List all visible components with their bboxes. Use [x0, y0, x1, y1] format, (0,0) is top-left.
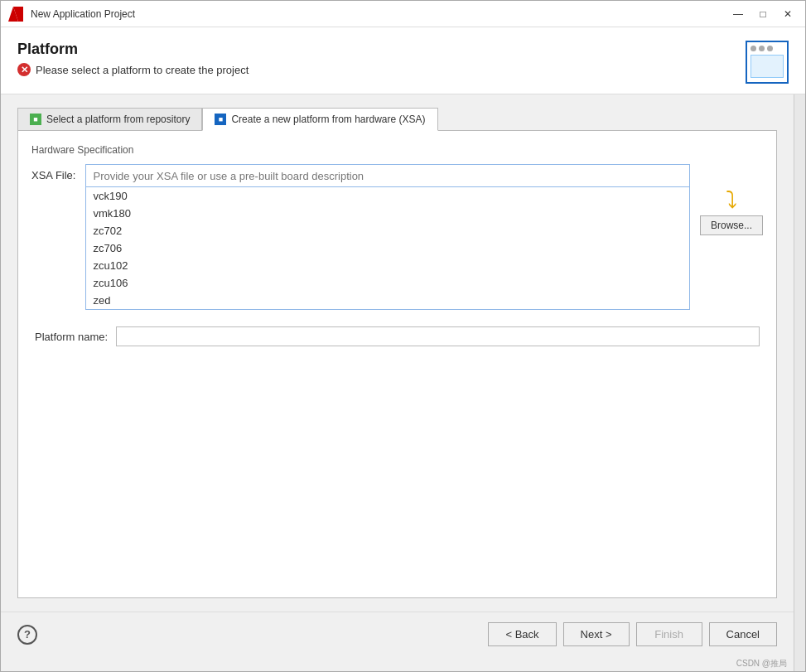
- dialog-footer: ? < Back Next > Finish Cancel: [1, 612, 794, 656]
- list-item[interactable]: zc702: [86, 222, 689, 239]
- xsa-file-input[interactable]: [85, 164, 690, 187]
- list-item[interactable]: zcu102: [86, 257, 689, 274]
- title-bar: New Application Project — □ ✕: [1, 1, 805, 27]
- icon-screen: [750, 55, 784, 78]
- browse-area: ⤵ Browse...: [700, 164, 763, 235]
- list-item[interactable]: zc706: [86, 239, 689, 257]
- xsa-input-area: vck190 vmk180 zc702 zc706 zcu102 zcu106 …: [85, 164, 690, 310]
- hardware-tab-label: Create a new platform from hardware (XSA…: [231, 114, 425, 125]
- list-item[interactable]: zcu106: [86, 274, 689, 292]
- list-item[interactable]: vmk180: [86, 205, 689, 222]
- back-button[interactable]: < Back: [488, 622, 556, 646]
- dot-3: [767, 46, 773, 51]
- error-icon: ✕: [17, 63, 31, 76]
- repo-tab-icon: ■: [30, 114, 41, 125]
- dot-2: [759, 46, 765, 51]
- tabs-container: ■ Select a platform from repository ■ Cr…: [17, 108, 777, 131]
- scrollbar[interactable]: [794, 94, 805, 671]
- hardware-spec-label: Hardware Specification: [31, 144, 763, 156]
- repo-tab-label: Select a platform from repository: [46, 114, 190, 125]
- cancel-button[interactable]: Cancel: [709, 622, 777, 646]
- tab-create-from-hardware[interactable]: ■ Create a new platform from hardware (X…: [202, 108, 437, 131]
- footer-buttons: < Back Next > Finish Cancel: [488, 622, 777, 646]
- browse-button[interactable]: Browse...: [700, 215, 763, 235]
- window-title: New Application Project: [31, 8, 727, 20]
- error-row: ✕ Please select a platform to create the…: [17, 63, 249, 76]
- header-icon-box: [746, 41, 789, 84]
- close-button[interactable]: ✕: [777, 6, 799, 22]
- application-window: New Application Project — □ ✕ Platform ✕…: [0, 0, 806, 672]
- browse-icon: ⤵: [726, 189, 737, 212]
- minimize-button[interactable]: —: [727, 6, 749, 22]
- error-message: Please select a platform to create the p…: [36, 64, 249, 76]
- main-area: ■ Select a platform from repository ■ Cr…: [1, 94, 794, 612]
- list-item[interactable]: vck190: [86, 187, 689, 205]
- xsa-row: XSA File: vck190 vmk180 zc702 zc706 zcu1…: [31, 164, 763, 310]
- amd-logo: [7, 6, 24, 22]
- xsa-label: XSA File:: [31, 164, 75, 181]
- hardware-tab-icon: ■: [215, 114, 226, 125]
- watermark: CSDN @推局: [1, 656, 794, 671]
- tab-panel: Hardware Specification XSA File: vck190 …: [17, 130, 777, 598]
- platform-name-label: Platform name:: [35, 331, 108, 343]
- xsa-dropdown: vck190 vmk180 zc702 zc706 zcu102 zcu106 …: [85, 187, 690, 310]
- next-button[interactable]: Next >: [563, 622, 630, 646]
- help-button[interactable]: ?: [17, 625, 37, 645]
- main-content: ■ Select a platform from repository ■ Cr…: [1, 94, 794, 671]
- dot-1: [750, 46, 756, 51]
- dialog-header: Platform ✕ Please select a platform to c…: [1, 27, 805, 94]
- page-title: Platform: [17, 41, 249, 58]
- header-left: Platform ✕ Please select a platform to c…: [17, 41, 249, 76]
- window-controls: — □ ✕: [727, 6, 799, 22]
- platform-name-input[interactable]: [116, 326, 760, 346]
- tab-select-from-repo[interactable]: ■ Select a platform from repository: [17, 108, 202, 131]
- list-item[interactable]: zed: [86, 292, 689, 309]
- finish-button[interactable]: Finish: [636, 622, 702, 646]
- maximize-button[interactable]: □: [752, 6, 774, 22]
- platform-name-row: Platform name:: [31, 326, 763, 346]
- icon-dots: [750, 46, 773, 51]
- content-area: ■ Select a platform from repository ■ Cr…: [1, 94, 805, 671]
